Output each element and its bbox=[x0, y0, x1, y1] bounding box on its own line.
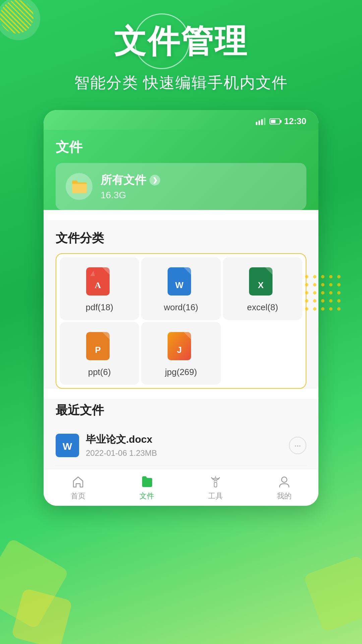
title-wrap: 文件管理 bbox=[114, 20, 248, 64]
ppt-label: ppt(6) bbox=[88, 367, 111, 377]
signal-bar-3 bbox=[261, 119, 263, 125]
all-files-name: 所有文件 ❯ bbox=[101, 172, 296, 188]
nav-label-files: 文件 bbox=[139, 491, 154, 501]
nav-label-home: 首页 bbox=[71, 491, 85, 501]
app-title: 文件管理 bbox=[114, 20, 248, 64]
phone-mockup: 12:30 文件 所有文件 ❯ 16.3G 文件分类 bbox=[44, 110, 318, 506]
nav-item-tools[interactable]: 工具 bbox=[181, 474, 250, 501]
home-icon bbox=[71, 474, 85, 489]
category-word[interactable]: W word(16) bbox=[141, 257, 221, 320]
jpg-label: jpg(269) bbox=[165, 367, 197, 377]
signal-bar-4 bbox=[264, 118, 265, 125]
arrow-circle-icon: ❯ bbox=[149, 175, 160, 185]
battery-fill bbox=[271, 120, 276, 123]
pdf-label: pdf(18) bbox=[85, 302, 113, 313]
nav-item-profile[interactable]: 我的 bbox=[250, 474, 318, 501]
bottom-navigation: 首页 文件 工具 bbox=[44, 469, 318, 506]
folder-icon-wrap bbox=[66, 173, 93, 200]
status-bar: 12:30 bbox=[44, 110, 318, 130]
ppt-icon: P bbox=[86, 332, 113, 362]
word-icon: W bbox=[168, 267, 194, 298]
app-subtitle: 智能分类 快速编辑手机内文件 bbox=[0, 72, 362, 93]
svg-text:W: W bbox=[63, 441, 72, 452]
more-button-1[interactable]: ··· bbox=[289, 437, 306, 454]
folder-icon bbox=[71, 179, 87, 194]
category-pdf[interactable]: A pdf(18) bbox=[60, 257, 139, 320]
recent-file-icon-word: W bbox=[56, 434, 79, 457]
files-icon bbox=[139, 474, 154, 489]
deco-dots bbox=[305, 275, 342, 312]
svg-text:J: J bbox=[177, 345, 182, 355]
recent-file-meta-1: 2022-01-06 1.23MB bbox=[86, 448, 282, 458]
all-files-card[interactable]: 所有文件 ❯ 16.3G bbox=[56, 163, 306, 210]
app-header: 文件管理 智能分类 快速编辑手机内文件 bbox=[0, 0, 362, 93]
file-section-title: 文件 bbox=[56, 138, 306, 156]
file-green-area: 文件 所有文件 ❯ 16.3G bbox=[44, 130, 318, 210]
excel-icon: X bbox=[249, 267, 276, 298]
word-label: word(16) bbox=[164, 302, 198, 313]
nav-label-tools: 工具 bbox=[208, 491, 223, 501]
nav-label-profile: 我的 bbox=[277, 491, 292, 501]
svg-text:P: P bbox=[95, 345, 101, 355]
all-files-size: 16.3G bbox=[101, 190, 296, 201]
recent-file-item-1[interactable]: W 毕业论文.docx 2022-01-06 1.23MB ··· bbox=[56, 425, 306, 466]
signal-bar-2 bbox=[258, 120, 260, 125]
signal-indicator bbox=[256, 118, 265, 125]
svg-text:A: A bbox=[95, 280, 101, 290]
svg-rect-19 bbox=[214, 482, 217, 487]
excel-label: excel(8) bbox=[247, 302, 278, 313]
category-ppt[interactable]: P ppt(6) bbox=[60, 322, 139, 385]
category-jpg[interactable]: J jpg(269) bbox=[141, 322, 221, 385]
signal-bar-1 bbox=[256, 122, 257, 125]
all-files-info: 所有文件 ❯ 16.3G bbox=[101, 172, 296, 201]
status-time: 12:30 bbox=[284, 116, 307, 126]
battery-indicator bbox=[269, 118, 280, 124]
white-section: 文件分类 A pdf(18) bbox=[44, 220, 318, 389]
nav-item-files[interactable]: 文件 bbox=[112, 474, 181, 501]
profile-icon bbox=[277, 474, 292, 489]
deco-bottom-right bbox=[303, 555, 362, 633]
recent-file-info-1: 毕业论文.docx 2022-01-06 1.23MB bbox=[86, 433, 282, 458]
categories-title: 文件分类 bbox=[56, 230, 306, 247]
jpg-icon: J bbox=[168, 332, 194, 362]
nav-item-home[interactable]: 首页 bbox=[44, 474, 112, 501]
category-excel[interactable]: X excel(8) bbox=[223, 257, 302, 320]
recent-title: 最近文件 bbox=[56, 402, 306, 419]
categories-grid-wrapper: A pdf(18) W word(16) bbox=[56, 253, 306, 389]
recent-file-name-1: 毕业论文.docx bbox=[86, 433, 282, 446]
svg-text:X: X bbox=[258, 280, 264, 290]
categories-grid: A pdf(18) W word(16) bbox=[60, 257, 302, 385]
svg-point-22 bbox=[282, 477, 287, 482]
tools-icon bbox=[208, 474, 223, 489]
battery-icon bbox=[269, 118, 280, 124]
pdf-icon: A bbox=[86, 267, 113, 298]
svg-text:W: W bbox=[175, 280, 184, 290]
